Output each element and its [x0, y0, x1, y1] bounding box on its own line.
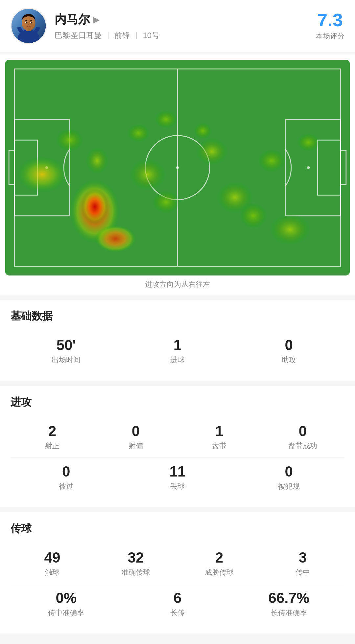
stat-label-shots-on: 射正	[45, 441, 59, 451]
basic-stats-row: 50' 出场时间 1 进球 0 助攻	[11, 331, 344, 371]
player-arrow: ▶	[93, 14, 100, 25]
pass-stats-title: 传球	[11, 522, 344, 536]
stat-label-accurate-pass: 准确传球	[121, 567, 150, 577]
stat-value-dribble-success: 0	[299, 424, 307, 438]
stat-value-cross-acc: 0%	[56, 591, 77, 605]
svg-point-22	[81, 188, 109, 225]
pass-stats-section: 传球 49 触球 32 准确传球 2 威胁传球 3 传中 0%	[0, 512, 355, 633]
stat-cross-acc: 0% 传中准确率	[11, 591, 122, 618]
attack-row-1: 2 射正 0 射偏 1 盘带 0 盘带成功	[11, 417, 344, 458]
player-number: 10号	[143, 30, 159, 41]
basic-stats-section: 基础数据 50' 出场时间 1 进球 0 助攻	[0, 300, 355, 381]
stat-value-accurate-pass: 32	[128, 550, 144, 565]
stat-value-cross: 3	[299, 550, 307, 565]
stat-lost-ball: 11 丢球	[122, 464, 233, 491]
svg-point-30	[196, 138, 228, 166]
stat-touches: 49 触球	[11, 550, 94, 577]
basic-stats-grid: 50' 出场时间 1 进球 0 助攻	[11, 331, 344, 371]
score-block: 7.3 本场评分	[316, 11, 344, 41]
stat-label-dribble-success: 盘带成功	[288, 441, 317, 451]
attack-stats-section: 进攻 2 射正 0 射偏 1 盘带 0 盘带成功 0 被过	[0, 386, 355, 507]
attack-stats-title: 进攻	[11, 395, 344, 410]
stat-item-goals: 1 进球	[122, 338, 233, 365]
stat-label-time: 出场时间	[52, 355, 81, 365]
stat-dribble-success: 0 盘带成功	[261, 424, 344, 451]
stat-value-long-pass: 6	[174, 591, 181, 605]
player-name: 内马尔	[55, 11, 90, 28]
svg-point-25	[56, 129, 83, 152]
heatmap-direction-label: 进攻方向为从右往左	[5, 276, 350, 292]
stat-shots-on: 2 射正	[11, 424, 94, 451]
stat-value-long-pass-acc: 66.7%	[268, 591, 309, 605]
svg-point-20	[307, 166, 310, 169]
player-position: 前锋	[114, 30, 130, 41]
stat-value-shots-off: 0	[132, 424, 140, 438]
pass-row-2: 0% 传中准确率 6 长传 66.7% 长传准确率	[11, 584, 344, 624]
stat-label-goals: 进球	[170, 355, 185, 365]
stat-value-goals: 1	[174, 338, 181, 352]
svg-point-27	[129, 158, 166, 190]
stat-accurate-pass: 32 准确传球	[94, 550, 178, 577]
stat-item-assists: 0 助攻	[233, 338, 344, 365]
stat-value-beaten: 0	[62, 464, 70, 479]
stat-long-pass: 6 长传	[122, 591, 233, 618]
stat-long-pass-acc: 66.7% 长传准确率	[233, 591, 344, 618]
stat-value-assists: 0	[285, 338, 293, 352]
pass-row-1: 49 触球 32 准确传球 2 威胁传球 3 传中	[11, 544, 344, 584]
stat-value-time: 50'	[57, 338, 76, 352]
stat-label-assists: 助攻	[282, 355, 296, 365]
stat-value-lost-ball: 11	[170, 464, 186, 479]
stat-label-long-pass: 长传	[170, 608, 185, 618]
stat-key-pass: 2 威胁传球	[178, 550, 261, 577]
svg-point-29	[127, 124, 150, 143]
svg-point-36	[154, 110, 178, 129]
stat-value-key-pass: 2	[215, 550, 223, 565]
svg-point-28	[152, 190, 180, 213]
svg-point-12	[176, 166, 179, 169]
svg-point-6	[26, 22, 27, 24]
player-info: 内马尔 ▶ 巴黎圣日耳曼 | 前锋 | 10号	[55, 11, 308, 41]
svg-point-34	[258, 149, 286, 172]
attack-stats-grid: 2 射正 0 射偏 1 盘带 0 盘带成功 0 被过 11	[11, 417, 344, 498]
svg-point-33	[269, 213, 311, 246]
stat-label-long-pass-acc: 长传准确率	[271, 608, 307, 618]
heatmap-section: 进攻方向为从右往左	[0, 55, 355, 295]
player-header: 内马尔 ▶ 巴黎圣日耳曼 | 前锋 | 10号 7.3 本场评分	[0, 0, 355, 52]
svg-point-23	[95, 225, 136, 253]
stat-label-cross-acc: 传中准确率	[48, 608, 84, 618]
svg-point-35	[297, 133, 320, 152]
stat-label-key-pass: 威胁传球	[205, 567, 234, 577]
player-club: 巴黎圣日耳曼	[55, 30, 102, 41]
stat-dribble: 1 盘带	[178, 424, 261, 451]
stat-value-dribble: 1	[215, 424, 223, 438]
svg-point-32	[240, 203, 267, 229]
stat-label-cross: 传中	[296, 567, 310, 577]
stat-value-shots-on: 2	[48, 424, 56, 438]
heatmap-svg	[5, 60, 350, 276]
score-value: 7.3	[316, 11, 344, 29]
stat-fouled: 0 被犯规	[233, 464, 344, 491]
svg-point-37	[194, 122, 212, 139]
stat-item-time: 50' 出场时间	[11, 338, 122, 365]
stat-beaten: 0 被过	[11, 464, 122, 491]
avatar	[11, 8, 47, 44]
svg-point-26	[86, 147, 109, 174]
stat-value-touches: 49	[44, 550, 60, 565]
svg-point-7	[31, 22, 32, 24]
stat-label-dribble: 盘带	[212, 441, 226, 451]
svg-point-3	[22, 16, 36, 31]
score-label: 本场评分	[316, 31, 344, 41]
stat-label-fouled: 被犯规	[278, 481, 300, 491]
svg-point-24	[17, 156, 67, 193]
heatmap-container	[5, 60, 350, 276]
stat-label-beaten: 被过	[59, 481, 73, 491]
stat-cross: 3 传中	[261, 550, 344, 577]
stat-label-shots-off: 射偏	[129, 441, 143, 451]
attack-row-2: 0 被过 11 丢球 0 被犯规	[11, 458, 344, 498]
stat-label-touches: 触球	[45, 567, 59, 577]
stat-label-lost-ball: 丢球	[170, 481, 185, 491]
stat-value-fouled: 0	[285, 464, 293, 479]
pass-stats-grid: 49 触球 32 准确传球 2 威胁传球 3 传中 0% 传中准确率	[11, 544, 344, 624]
stat-shots-off: 0 射偏	[94, 424, 178, 451]
basic-stats-title: 基础数据	[11, 309, 344, 323]
